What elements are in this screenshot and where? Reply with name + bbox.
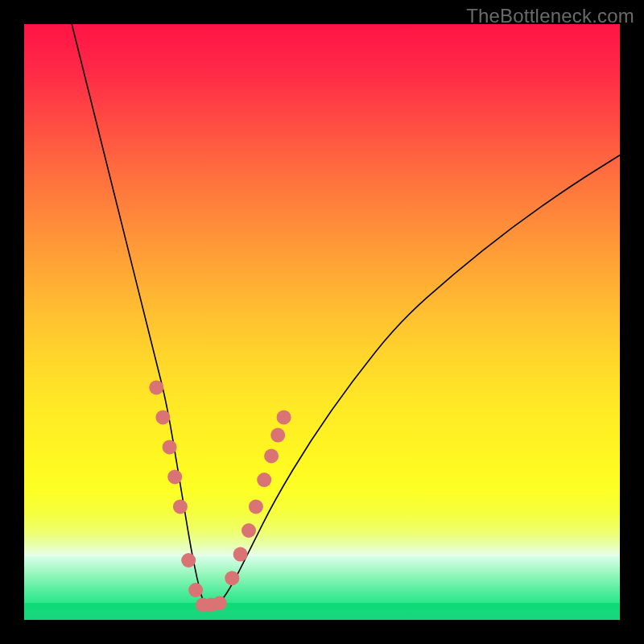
watermark-text: TheBottleneck.com [466,5,634,27]
highlight-dot [270,428,285,443]
highlight-dot [173,499,188,514]
highlight-dot [167,469,182,484]
highlight-dot [257,473,271,487]
highlight-dot [181,553,196,568]
highlight-dot [163,440,177,454]
bottleneck-curve [72,24,620,608]
curve-layer [24,24,620,620]
highlight-dot [225,571,239,585]
highlight-dot [277,410,291,424]
plot-area [24,24,620,620]
highlight-dot [149,380,163,394]
highlight-dot [155,410,170,424]
highlight-dot [264,449,279,464]
highlight-dot [249,499,263,514]
highlight-dots [149,380,291,612]
highlight-dot [213,596,227,610]
highlight-dot [233,547,248,562]
highlight-dot [242,523,256,538]
chart-frame: TheBottleneck.com [0,0,644,644]
highlight-dot [188,583,203,597]
